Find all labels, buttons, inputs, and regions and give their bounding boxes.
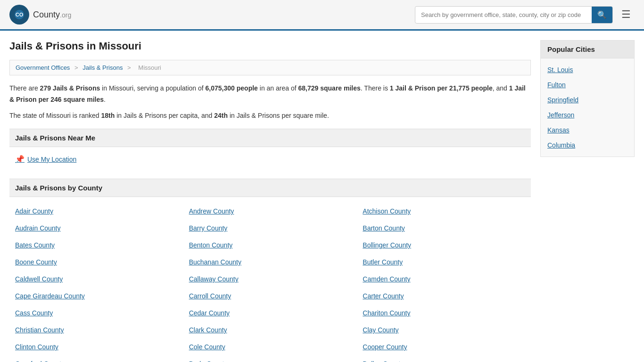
county-grid: Adair CountyAndrew CountyAtchison County… — [9, 203, 531, 362]
sidebar: Popular Cities St. LouisFultonSpringfiel… — [540, 40, 635, 362]
county-link[interactable]: Cass County — [15, 309, 53, 317]
list-item: Clinton County — [9, 338, 183, 355]
menu-icon[interactable]: ☰ — [618, 7, 635, 23]
list-item: Dade County — [183, 355, 357, 362]
sidebar-city-link[interactable]: Jefferson — [541, 107, 634, 123]
near-me-header: Jails & Prisons Near Me — [9, 129, 531, 147]
county-link[interactable]: Camden County — [363, 275, 410, 283]
header-right: 🔍 ☰ — [415, 6, 635, 24]
page-title: Jails & Prisons in Missouri — [9, 40, 531, 52]
sidebar-city-link[interactable]: Springfield — [541, 92, 634, 107]
county-link[interactable]: Butler County — [363, 258, 403, 266]
list-item: Chariton County — [357, 304, 531, 321]
list-item: Audrain County — [9, 220, 183, 237]
county-link[interactable]: Christian County — [15, 326, 64, 334]
breadcrumb-link-gov[interactable]: Government Offices — [16, 64, 70, 71]
list-item: Cape Girardeau County — [9, 288, 183, 304]
county-link[interactable]: Cole County — [189, 343, 225, 351]
county-link[interactable]: Bollinger County — [363, 241, 411, 249]
county-link[interactable]: Dade County — [189, 360, 228, 362]
breadcrumb-link-jails[interactable]: Jails & Prisons — [83, 64, 123, 71]
county-link[interactable]: Boone County — [15, 258, 57, 266]
sidebar-city-link[interactable]: Fulton — [541, 77, 634, 92]
site-header: CO County.org 🔍 ☰ — [0, 0, 644, 31]
list-item: Carter County — [357, 288, 531, 304]
county-link[interactable]: Cape Girardeau County — [15, 292, 85, 300]
list-item: Barton County — [357, 220, 531, 237]
list-item: Clay County — [357, 321, 531, 338]
county-link[interactable]: Barry County — [189, 224, 228, 232]
list-item: Buchanan County — [183, 254, 357, 271]
county-link[interactable]: Clay County — [363, 326, 398, 334]
county-link[interactable]: Clark County — [189, 326, 227, 334]
search-button[interactable]: 🔍 — [592, 7, 612, 23]
county-link[interactable]: Crawford County — [15, 360, 65, 362]
search-bar: 🔍 — [415, 6, 613, 24]
list-item: Dallas County — [357, 355, 531, 362]
list-item: Callaway County — [183, 271, 357, 288]
list-item: Caldwell County — [9, 271, 183, 288]
list-item: Andrew County — [183, 203, 357, 220]
county-link[interactable]: Callaway County — [189, 275, 239, 283]
county-link[interactable]: Dallas County — [363, 360, 404, 362]
svg-text:CO: CO — [16, 12, 24, 17]
list-item: Atchison County — [357, 203, 531, 220]
list-item: Clark County — [183, 321, 357, 338]
county-link[interactable]: Cedar County — [189, 309, 230, 317]
list-item: Adair County — [9, 203, 183, 220]
list-item: Carroll County — [183, 288, 357, 304]
list-item: Cass County — [9, 304, 183, 321]
list-item: Boone County — [9, 254, 183, 271]
near-me-section: 📌 Use My Location — [9, 153, 531, 171]
county-link[interactable]: Buchanan County — [189, 258, 241, 266]
info-paragraph-1: There are 279 Jails & Prisons in Missour… — [9, 83, 531, 106]
list-item: Bates County — [9, 237, 183, 254]
list-item: Bollinger County — [357, 237, 531, 254]
county-link[interactable]: Carter County — [363, 292, 404, 300]
list-item: Benton County — [183, 237, 357, 254]
use-location[interactable]: 📌 Use My Location — [15, 155, 525, 164]
county-link[interactable]: Chariton County — [363, 309, 410, 317]
sidebar-city-link[interactable]: St. Louis — [541, 62, 634, 77]
county-link[interactable]: Caldwell County — [15, 275, 63, 283]
county-link[interactable]: Clinton County — [15, 343, 58, 351]
list-item: Christian County — [9, 321, 183, 338]
by-county-header: Jails & Prisons by County — [9, 179, 531, 197]
list-item: Cooper County — [357, 338, 531, 355]
content-area: Jails & Prisons in Missouri Government O… — [9, 40, 531, 362]
list-item: Camden County — [357, 271, 531, 288]
sidebar-box: Popular Cities St. LouisFultonSpringfiel… — [540, 40, 635, 157]
main-container: Jails & Prisons in Missouri Government O… — [0, 31, 644, 362]
county-link[interactable]: Carroll County — [189, 292, 231, 300]
logo-text: County.org — [33, 10, 71, 20]
county-link[interactable]: Andrew County — [189, 207, 234, 215]
sidebar-title: Popular Cities — [541, 41, 634, 58]
county-link[interactable]: Barton County — [363, 224, 405, 232]
sidebar-city-link[interactable]: Columbia — [541, 138, 634, 153]
logo-icon: CO — [9, 5, 29, 25]
list-item: Crawford County — [9, 355, 183, 362]
info-paragraph-2: The state of Missouri is ranked 18th in … — [9, 110, 531, 122]
breadcrumb-current: Missouri — [138, 64, 161, 71]
list-item: Barry County — [183, 220, 357, 237]
search-input[interactable] — [415, 8, 592, 22]
sidebar-city-link[interactable]: Kansas — [541, 123, 634, 138]
list-item: Cedar County — [183, 304, 357, 321]
county-link[interactable]: Benton County — [189, 241, 233, 249]
county-link[interactable]: Atchison County — [363, 207, 411, 215]
county-link[interactable]: Audrain County — [15, 224, 61, 232]
county-link[interactable]: Adair County — [15, 207, 53, 215]
county-link[interactable]: Cooper County — [363, 343, 407, 351]
sidebar-city-list: St. LouisFultonSpringfieldJeffersonKansa… — [541, 58, 634, 156]
use-location-label: Use My Location — [27, 156, 76, 163]
location-pin-icon: 📌 — [15, 155, 25, 164]
list-item: Cole County — [183, 338, 357, 355]
logo: CO County.org — [9, 5, 71, 25]
list-item: Butler County — [357, 254, 531, 271]
breadcrumb: Government Offices > Jails & Prisons > M… — [9, 60, 531, 75]
county-link[interactable]: Bates County — [15, 241, 55, 249]
